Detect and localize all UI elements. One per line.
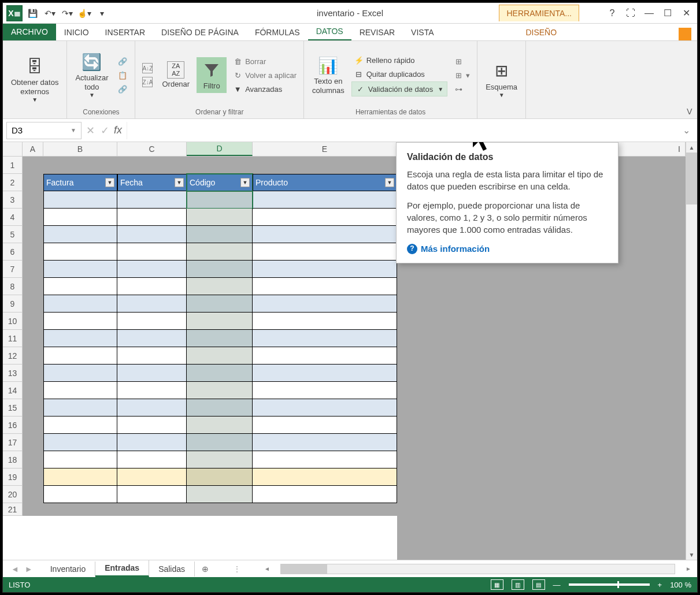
table-cell[interactable]	[253, 468, 397, 486]
hscroll-thumb[interactable]	[281, 564, 327, 574]
row-header[interactable]: 21	[3, 503, 23, 516]
row-header[interactable]: 12	[3, 347, 23, 365]
sheet-nav-prev-icon[interactable]: ◄	[11, 564, 19, 574]
row-header[interactable]: 19	[3, 468, 23, 486]
normal-view-icon[interactable]: ▦	[491, 579, 503, 590]
tab-home[interactable]: INICIO	[56, 24, 97, 40]
whatif-button[interactable]: ⊞▾	[451, 69, 472, 81]
scroll-down-icon[interactable]: ▼	[689, 549, 695, 560]
table-cell[interactable]	[117, 191, 187, 209]
filter-dropdown-icon[interactable]: ▼	[175, 178, 184, 187]
table-cell[interactable]	[253, 243, 397, 261]
row-header[interactable]: 9	[3, 295, 23, 313]
help-icon[interactable]: ?	[603, 6, 621, 21]
filter-button[interactable]: Filtro	[197, 57, 227, 93]
col-header-a[interactable]: A	[23, 142, 43, 156]
new-sheet-button[interactable]: ⊕	[195, 564, 216, 574]
table-cell[interactable]	[117, 330, 187, 347]
table-cell[interactable]	[187, 243, 253, 261]
table-cell[interactable]	[253, 330, 397, 347]
table-cell[interactable]	[117, 347, 187, 365]
excel-icon[interactable]: X≣	[6, 5, 23, 21]
sort-button[interactable]: ZAAZ Ordenar	[158, 59, 193, 91]
row-header[interactable]: 3	[3, 191, 23, 209]
save-icon[interactable]: 💾	[25, 6, 40, 21]
tab-design[interactable]: DISEÑO	[517, 24, 603, 40]
row-header[interactable]: 20	[3, 486, 23, 503]
edit-links-button[interactable]: 🔗	[115, 83, 130, 95]
scroll-up-icon[interactable]: ▲	[689, 142, 695, 153]
sheet-nav-next-icon[interactable]: ►	[25, 564, 33, 574]
redo-icon[interactable]: ↷▾	[60, 6, 75, 21]
collapse-ribbon-icon[interactable]: ᐯ	[687, 107, 692, 116]
undo-icon[interactable]: ↶▾	[42, 6, 57, 21]
accept-formula-icon[interactable]: ✓	[101, 124, 109, 137]
table-cell[interactable]	[253, 382, 397, 399]
tab-data[interactable]: DATOS	[308, 23, 351, 40]
table-cell[interactable]	[253, 209, 397, 226]
table-cell[interactable]	[187, 399, 253, 416]
table-cell[interactable]	[187, 209, 253, 226]
table-cell[interactable]	[117, 365, 187, 382]
table-cell[interactable]	[43, 226, 117, 243]
table-cell[interactable]	[117, 468, 187, 486]
remove-duplicates-button[interactable]: ⊟Quitar duplicados	[351, 68, 447, 80]
table-cell[interactable]	[187, 382, 253, 399]
table-cell[interactable]	[187, 434, 253, 451]
table-cell[interactable]	[43, 347, 117, 365]
vertical-scrollbar[interactable]: ▲ ▼	[686, 142, 697, 560]
sheet-tab-inventario[interactable]: Inventario	[41, 561, 95, 577]
table-cell[interactable]	[253, 278, 397, 295]
name-box[interactable]: D3 ▼	[6, 122, 82, 139]
table-cell[interactable]	[43, 330, 117, 347]
outline-button[interactable]: ⊞ Esquema ▼	[482, 58, 521, 101]
table-cell[interactable]	[187, 261, 253, 278]
table-cell[interactable]	[117, 434, 187, 451]
formula-input[interactable]	[127, 122, 675, 139]
filter-dropdown-icon[interactable]: ▼	[240, 178, 250, 187]
zoom-slider[interactable]	[569, 583, 650, 586]
clear-filter-button[interactable]: 🗑Borrar	[230, 55, 299, 68]
reapply-filter-button[interactable]: ↻Volver a aplicar	[230, 69, 299, 81]
select-all-corner[interactable]	[3, 142, 23, 156]
table-cell[interactable]	[43, 261, 117, 278]
table-cell[interactable]	[187, 295, 253, 313]
cancel-formula-icon[interactable]: ✕	[86, 124, 95, 137]
table-cell[interactable]	[253, 434, 397, 451]
row-header[interactable]: 1	[3, 157, 23, 174]
table-cell[interactable]	[43, 382, 117, 399]
sort-asc-button[interactable]: A↓Z	[140, 62, 155, 75]
maximize-icon[interactable]: ☐	[659, 6, 676, 21]
table-cell[interactable]	[253, 365, 397, 382]
table-cell[interactable]	[43, 295, 117, 313]
data-validation-button[interactable]: ✓Validación de datos▼	[351, 81, 447, 96]
row-header[interactable]: 2	[3, 174, 23, 191]
table-cell[interactable]	[43, 313, 117, 330]
table-header[interactable]: Factura▼	[43, 174, 117, 191]
tab-view[interactable]: VISTA	[403, 24, 442, 40]
table-cell[interactable]	[253, 486, 397, 503]
table-cell[interactable]	[187, 330, 253, 347]
tooltip-more-info[interactable]: ? Más información	[407, 243, 608, 255]
page-layout-view-icon[interactable]: ▥	[512, 579, 524, 590]
table-cell[interactable]	[43, 416, 117, 434]
col-header-d[interactable]: D	[187, 142, 253, 156]
table-cell[interactable]	[43, 399, 117, 416]
tab-review[interactable]: REVISAR	[351, 24, 403, 40]
properties-button[interactable]: 📋	[115, 69, 130, 81]
table-cell[interactable]	[43, 191, 117, 209]
table-cell[interactable]	[187, 416, 253, 434]
tab-formulas[interactable]: FÓRMULAS	[247, 24, 308, 40]
row-header[interactable]: 13	[3, 365, 23, 382]
scroll-thumb[interactable]	[686, 153, 697, 204]
row-header[interactable]: 10	[3, 313, 23, 330]
table-cell[interactable]	[117, 278, 187, 295]
row-header[interactable]: 7	[3, 261, 23, 278]
table-cell[interactable]	[253, 347, 397, 365]
customize-qat-icon[interactable]: ▾	[94, 6, 109, 21]
table-cell[interactable]	[117, 261, 187, 278]
table-cell[interactable]	[187, 191, 253, 209]
zoom-in-icon[interactable]: +	[658, 581, 662, 589]
close-icon[interactable]: ✕	[677, 6, 695, 21]
table-cell[interactable]	[43, 434, 117, 451]
